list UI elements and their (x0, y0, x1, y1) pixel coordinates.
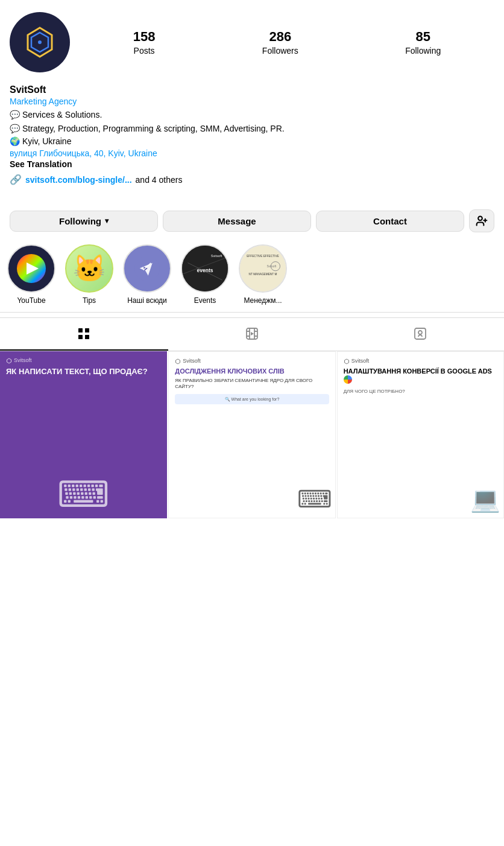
tagged-icon (413, 326, 427, 341)
post-3-subtitle: ДЛЯ ЧОГО ЦЕ ПОТРІБНО? (344, 389, 405, 395)
address-link[interactable]: вулиця Глибочицька, 40, Kyiv, Ukraine (10, 148, 494, 158)
mgmt-image: EFFECTIVE EFFECTIVE Svitsoft NT MANAGEME… (240, 244, 286, 293)
post-1-title: ЯК НАПИСАТИ ТЕКСТ, ЩО ПРОДАЄ? (6, 367, 161, 377)
post-3[interactable]: Svitsoft НАЛАШТУВАННЯ КОНВЕРСІЇ В GOOGLE… (337, 351, 504, 518)
posts-label: Posts (134, 46, 155, 56)
reels-icon (245, 326, 259, 341)
svg-marker-27 (176, 359, 180, 364)
username: SvitSoft (10, 84, 494, 95)
tab-reels[interactable] (168, 318, 336, 351)
content-tabs (0, 317, 504, 351)
post-2[interactable]: Svitsoft ДОСЛІДЖЕННЯ КЛЮЧОВИХ СЛІВ ЯК ПР… (168, 351, 335, 518)
highlight-tips-label: Tips (83, 296, 96, 305)
following-button[interactable]: Following ▾ (10, 211, 158, 232)
events-image: events Svitsoft (182, 244, 228, 293)
google-icon (344, 375, 352, 384)
highlight-tips-circle: 🐱 (65, 244, 113, 293)
youtube-icon (17, 254, 46, 283)
following-count: 85 (415, 29, 430, 45)
divider (0, 312, 504, 313)
bio-line-1: 💬 Services & Solutions. (10, 109, 494, 121)
svg-text:NT MANAGEMENT M: NT MANAGEMENT M (249, 273, 277, 276)
following-label: Following (405, 46, 441, 56)
speech-bubble-icon-1: 💬 (10, 109, 20, 121)
avatar-container[interactable] (10, 12, 70, 72)
highlight-events[interactable]: events Svitsoft Events (181, 244, 229, 305)
see-translation[interactable]: See Translation (10, 159, 494, 169)
globe-icon: 🌍 (10, 136, 20, 146)
highlight-youtube-circle (7, 244, 55, 293)
post-2-brand: Svitsoft (175, 358, 201, 365)
svg-point-25 (418, 331, 422, 334)
play-icon (27, 262, 39, 275)
posts-grid: Svitsoft ЯК НАПИСАТИ ТЕКСТ, ЩО ПРОДАЄ? ⌨… (0, 351, 504, 518)
svg-rect-19 (85, 328, 89, 332)
svg-text:EFFECTIVE EFFECTIVE: EFFECTIVE EFFECTIVE (247, 255, 279, 258)
post-3-brand: Svitsoft (344, 358, 370, 365)
profile-header: 158 Posts 286 Followers 85 Following (0, 0, 504, 82)
website-link[interactable]: svitsoft.com/blog-single/... (25, 175, 132, 185)
post-1-bg: Svitsoft ЯК НАПИСАТИ ТЕКСТ, ЩО ПРОДАЄ? ⌨ (0, 351, 167, 518)
highlight-nashi[interactable]: Наші всюди (123, 244, 171, 305)
highlight-youtube-label: YouTube (17, 296, 45, 305)
avatar (10, 12, 70, 72)
highlight-events-label: Events (194, 296, 216, 305)
website-row: 🔗 svitsoft.com/blog-single/... and 4 oth… (10, 174, 494, 185)
svg-text:Svitsoft: Svitsoft (266, 265, 276, 268)
add-person-icon (476, 215, 488, 227)
svg-point-2 (38, 40, 42, 44)
highlight-mgmt-label: Менеджм... (244, 296, 282, 305)
typewriter-icon: ⌨ (57, 471, 110, 518)
post-2-subtitle: ЯК ПРАВИЛЬНО ЗІБРАТИ СЕМАНТИЧНЕ ЯДРО ДЛЯ… (175, 378, 329, 390)
message-button[interactable]: Message (163, 211, 311, 232)
highlight-tips[interactable]: 🐱 Tips (65, 244, 113, 305)
post-2-bg: Svitsoft ДОСЛІДЖЕННЯ КЛЮЧОВИХ СЛІВ ЯК ПР… (168, 351, 335, 518)
svg-point-3 (478, 217, 482, 221)
category[interactable]: Marketing Agency (10, 97, 494, 106)
stat-posts[interactable]: 158 Posts (133, 29, 156, 56)
post-1-brand: Svitsoft (6, 357, 161, 364)
post-3-title: НАЛАШТУВАННЯ КОНВЕРСІЇ В GOOGLE ADS (344, 367, 497, 384)
tab-tagged[interactable] (336, 318, 504, 351)
highlight-nashi-circle (123, 244, 171, 293)
contact-button[interactable]: Contact (316, 211, 464, 232)
cat-icon: 🐱 (73, 255, 106, 282)
stat-following[interactable]: 85 Following (405, 29, 441, 56)
followers-label: Followers (262, 46, 298, 56)
highlight-mgmt[interactable]: EFFECTIVE EFFECTIVE Svitsoft NT MANAGEME… (239, 244, 287, 305)
stats-container: 158 Posts 286 Followers 85 Following (80, 29, 494, 56)
highlight-nashi-label: Наші всюди (127, 296, 167, 305)
svg-rect-18 (78, 328, 83, 332)
post-1[interactable]: Svitsoft ЯК НАПИСАТИ ТЕКСТ, ЩО ПРОДАЄ? ⌨ (0, 351, 167, 518)
telegram-icon (134, 256, 160, 281)
keyboard-icon: ⌨ (297, 483, 332, 515)
laptop-icon: 💻 (470, 483, 500, 515)
link-icon: 🔗 (10, 174, 22, 185)
highlight-youtube[interactable]: YouTube (7, 244, 55, 305)
add-person-button[interactable] (469, 209, 494, 232)
followers-count: 286 (269, 29, 291, 45)
bio-section: SvitSoft Marketing Agency 💬 Services & S… (0, 82, 504, 192)
svg-rect-24 (415, 328, 426, 339)
svg-rect-21 (85, 335, 89, 339)
post-3-bg: Svitsoft НАЛАШТУВАННЯ КОНВЕРСІЇ В GOOGLE… (337, 351, 504, 518)
action-buttons: Following ▾ Message Contact (0, 202, 504, 240)
svg-marker-23 (251, 332, 254, 336)
stat-followers[interactable]: 286 Followers (262, 29, 298, 56)
tab-grid[interactable] (0, 318, 168, 351)
post-2-title: ДОСЛІДЖЕННЯ КЛЮЧОВИХ СЛІВ (175, 367, 284, 375)
bio-line-2: 💬 Strategy, Production, Programming & sc… (10, 122, 494, 135)
grid-icon (77, 326, 91, 341)
svg-text:Svitsoft: Svitsoft (211, 254, 222, 258)
svg-marker-26 (7, 358, 11, 363)
post-2-searchbar: 🔍 What are you looking for? (175, 394, 329, 404)
chevron-down-icon: ▾ (105, 217, 109, 225)
posts-count: 158 (133, 29, 156, 45)
svg-marker-28 (344, 359, 348, 364)
highlights-section: YouTube 🐱 Tips Наші всюди events Svitsof… (0, 240, 504, 312)
svg-rect-13 (240, 246, 286, 291)
speech-bubble-icon-2: 💬 (10, 122, 20, 135)
svg-rect-20 (78, 335, 83, 339)
highlight-mgmt-circle: EFFECTIVE EFFECTIVE Svitsoft NT MANAGEME… (239, 244, 287, 293)
highlight-events-circle: events Svitsoft (181, 244, 229, 293)
